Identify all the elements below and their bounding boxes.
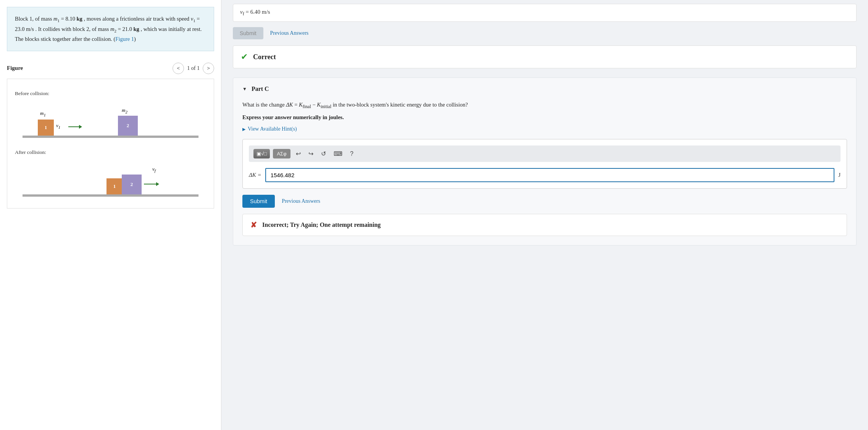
prev-figure-button[interactable]: < — [173, 63, 184, 74]
block2-after: 2 — [122, 175, 142, 194]
unit-label: J — [838, 172, 841, 178]
help-icon: ? — [350, 150, 353, 157]
figure-title: Figure — [7, 65, 23, 71]
part-c-prev-answers-link[interactable]: Previous Answers — [282, 198, 320, 204]
part-c-label: Part C — [252, 86, 269, 92]
left-panel: Block 1, of mass m1 = 8.10 kg , moves al… — [0, 0, 221, 430]
redo-icon: ↪ — [308, 150, 313, 157]
part-c-submit-button[interactable]: Submit — [242, 195, 275, 208]
figure-section: Figure < 1 of 1 > Before collision: m1 m… — [0, 63, 221, 209]
greek-btn-label: ΑΣφ — [277, 151, 286, 157]
block1-before-label: 1 — [45, 124, 47, 131]
collapse-arrow-icon[interactable]: ▼ — [242, 86, 247, 92]
formula-button[interactable]: ▣√□ — [253, 149, 270, 158]
vf-answer-display: vf = 6.40 m/s — [233, 4, 857, 22]
problem-box: Block 1, of mass m1 = 8.10 kg , moves al… — [7, 7, 214, 51]
block1-after-label: 1 — [113, 183, 116, 189]
right-panel: vf = 6.40 m/s Submit Previous Answers ✔ … — [221, 0, 868, 430]
m2-sub: 2 — [115, 28, 117, 33]
incorrect-box: ✘ Incorrect; Try Again; One attempt rema… — [242, 214, 847, 236]
part-c-submit-row: Submit Previous Answers — [242, 195, 847, 208]
v1-fig-label: v1 — [56, 123, 60, 129]
before-collision-scene: Before collision: m1 m2 1 v1 2 After col… — [15, 87, 206, 200]
m1-sub: 1 — [58, 18, 60, 23]
help-button[interactable]: ? — [348, 149, 356, 159]
math-toolbar: ▣√□ ΑΣφ ↩ ↪ ↺ ⌨ ? — [249, 145, 841, 162]
keyboard-icon: ⌨ — [334, 150, 342, 157]
m2-fig-label: m2 — [122, 107, 127, 114]
after-label: After collision: — [15, 149, 206, 155]
undo-button[interactable]: ↩ — [294, 149, 303, 159]
hint-arrow-icon: ▶ — [242, 127, 245, 132]
correct-box: ✔ Correct — [233, 45, 857, 68]
block2-after-label: 2 — [131, 181, 133, 188]
block1-after: 1 — [106, 178, 123, 194]
keyboard-button[interactable]: ⌨ — [331, 149, 345, 159]
question-text: What is the change ΔK = Kfinal − Kinitia… — [242, 100, 847, 110]
incorrect-text: Incorrect; Try Again; One attempt remain… — [262, 221, 381, 228]
refresh-icon: ↺ — [321, 150, 326, 157]
block2-before-label: 2 — [127, 123, 129, 129]
vf-fig-label: vf — [152, 166, 156, 173]
before-track-container: m1 m2 1 v1 2 — [15, 103, 206, 138]
equation-row: ΔK = J — [249, 168, 841, 182]
check-icon: ✔ — [241, 52, 248, 62]
refresh-button[interactable]: ↺ — [319, 149, 328, 159]
hint-text: View Available Hint(s) — [248, 126, 297, 132]
problem-text: Block 1, of mass m1 = 8.10 kg , moves al… — [15, 16, 202, 42]
block1-before: 1 — [38, 120, 54, 136]
part-c-section: ▼ Part C What is the change ΔK = Kfinal … — [233, 78, 857, 246]
vf-value: vf = 6.40 m/s — [240, 9, 270, 15]
before-track — [23, 136, 198, 138]
v1-sub: 1 — [193, 18, 195, 23]
after-track-container: 1 2 vf — [15, 162, 206, 197]
hint-link[interactable]: ▶ View Available Hint(s) — [242, 126, 847, 132]
m2-symbol: m — [110, 26, 114, 32]
before-arrow — [68, 126, 80, 127]
part-b-submit-row: Submit Previous Answers — [233, 27, 857, 39]
m1-fig-label: m1 — [40, 110, 46, 117]
part-b-prev-answers-link[interactable]: Previous Answers — [270, 30, 309, 36]
m1-symbol: m — [53, 16, 57, 22]
after-track — [23, 194, 198, 197]
delta-k-label: ΔK = — [249, 172, 261, 178]
part-c-header: ▼ Part C — [242, 86, 847, 92]
figure-diagram: Before collision: m1 m2 1 v1 2 After col… — [7, 79, 214, 209]
next-figure-button[interactable]: > — [203, 63, 214, 74]
answer-input[interactable] — [265, 168, 834, 182]
after-arrow — [144, 184, 157, 184]
nav-count: 1 of 1 — [187, 65, 200, 71]
formula-btn-label: ▣√□ — [257, 151, 267, 157]
figure-nav: < 1 of 1 > — [173, 63, 214, 74]
before-label: Before collision: — [15, 91, 206, 97]
figure-header: Figure < 1 of 1 > — [7, 63, 214, 74]
correct-text: Correct — [253, 53, 276, 61]
input-area: ▣√□ ΑΣφ ↩ ↪ ↺ ⌨ ? — [242, 139, 847, 189]
figure-link[interactable]: Figure 1 — [115, 36, 134, 42]
greek-button[interactable]: ΑΣφ — [273, 149, 290, 158]
part-b-submit-button[interactable]: Submit — [233, 27, 263, 39]
block2-before: 2 — [118, 116, 138, 136]
x-icon: ✘ — [250, 220, 257, 230]
redo-button[interactable]: ↪ — [306, 149, 316, 159]
express-text: Express your answer numerically in joule… — [242, 114, 847, 121]
undo-icon: ↩ — [296, 150, 301, 157]
